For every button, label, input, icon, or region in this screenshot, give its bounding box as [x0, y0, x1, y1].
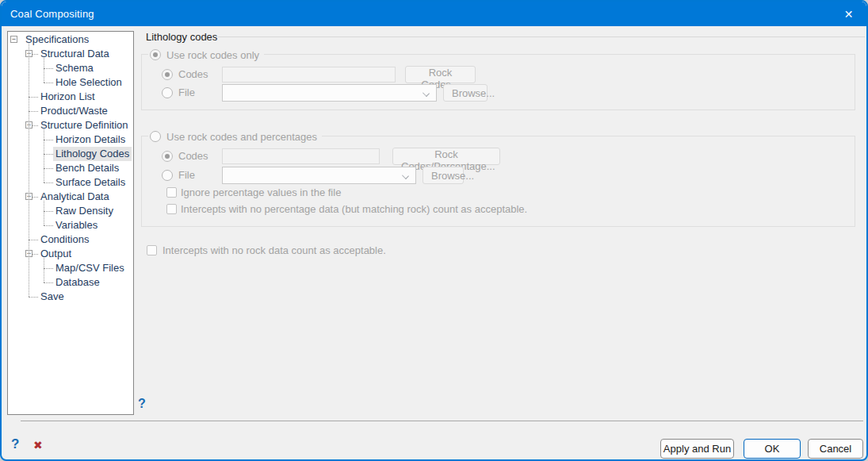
tree-item-label: Output: [40, 247, 71, 261]
group1-codes-input[interactable]: [222, 67, 396, 83]
tree-item-schema[interactable]: Schema: [8, 61, 133, 75]
tree-item-variables[interactable]: Variables: [8, 218, 133, 232]
group1-file-label: File: [178, 85, 195, 101]
tree-connector: [44, 211, 53, 212]
tree-item-label: Horizon Details: [55, 133, 125, 147]
group2-rock-codes-percentage-button[interactable]: Rock Codes/Percentage...: [392, 148, 500, 165]
title-bar: Coal Compositing ✕: [2, 2, 866, 26]
group2-codes-radio[interactable]: [162, 151, 173, 162]
collapse-icon[interactable]: −: [10, 36, 17, 43]
group2-browse-button[interactable]: Browse...: [423, 167, 464, 184]
group2-file-combo[interactable]: [222, 167, 416, 184]
ok-button[interactable]: OK: [744, 439, 801, 459]
group1-rock-codes-button[interactable]: Rock Codes...: [405, 66, 476, 83]
tree-guide-line: [44, 201, 44, 225]
tree-item-label: Specifications: [25, 33, 89, 47]
section-help-icon[interactable]: ?: [138, 397, 146, 411]
tree-connector: [44, 154, 53, 155]
chevron-down-icon: [402, 172, 409, 179]
tree-item-label: Save: [40, 290, 64, 304]
use-rock-codes-and-percentages-radio[interactable]: [150, 131, 161, 142]
tree-item-label: Hole Selection: [55, 75, 122, 90]
intercepts-no-rock-checkbox[interactable]: [147, 245, 157, 255]
section-title: Lithology codes: [146, 31, 217, 43]
chevron-down-icon: [423, 90, 430, 97]
group-use-rock-codes-and-percentages: Use rock codes and percentages Codes Roc…: [141, 136, 855, 227]
group1-file-combo[interactable]: [222, 84, 437, 102]
tree-item-label: Analytical Data: [40, 190, 109, 204]
group1-codes-radio[interactable]: [162, 69, 173, 80]
tree-item-structure-definition[interactable]: −Structure Definition: [8, 118, 133, 133]
tree-item-bench-details[interactable]: Bench Details: [8, 161, 133, 175]
group1-file-radio[interactable]: [162, 87, 173, 98]
intercepts-no-rock-label: Intercepts with no rock data count as ac…: [163, 243, 386, 259]
tree-connector: [44, 282, 53, 283]
tree-item-structural-data[interactable]: −Structural Data: [8, 47, 133, 61]
tree-connector: [44, 68, 53, 69]
window-title: Coal Compositing: [2, 8, 94, 20]
apply-and-run-button[interactable]: Apply and Run: [660, 439, 734, 459]
tree-connector: [44, 225, 53, 226]
section-rule: [218, 36, 865, 37]
cancel-button[interactable]: Cancel: [808, 439, 863, 459]
tree-connector: [44, 140, 53, 140]
group2-codes-input[interactable]: [222, 148, 380, 164]
tree-connector: [44, 182, 53, 183]
tree-connector: [29, 297, 38, 298]
tree-guide-line: [44, 129, 44, 182]
tree-item-label: Variables: [55, 218, 98, 232]
group1-browse-button[interactable]: Browse...: [443, 84, 488, 102]
tree-guide-line: [44, 58, 44, 83]
tree-item-label: Product/Waste: [40, 104, 108, 118]
tree-panel: −Specifications−Structural DataSchemaHol…: [7, 31, 134, 415]
tree-item-label: Bench Details: [55, 161, 119, 175]
close-icon: ✕: [844, 8, 854, 21]
group1-codes-label: Codes: [178, 67, 208, 83]
group2-legend: Use rock codes and percentages: [148, 130, 322, 143]
tree-connector: [29, 97, 38, 98]
tree-connector: [29, 240, 38, 240]
tree-item-analytical-data[interactable]: −Analytical Data: [8, 190, 133, 204]
tree-item-label: Conditions: [40, 232, 89, 247]
tree-item-label: Surface Details: [55, 175, 125, 190]
tree-item-horizon-list[interactable]: Horizon List: [8, 90, 133, 104]
intercepts-no-percentage-label: Intercepts with no percentage data (but …: [181, 202, 527, 217]
group2-file-radio[interactable]: [162, 170, 173, 181]
group-use-rock-codes-only: Use rock codes only Codes Rock Codes... …: [141, 54, 855, 110]
tree-item-database[interactable]: Database: [8, 275, 133, 290]
tree-connector: [44, 83, 53, 83]
tree-item-label: Horizon List: [40, 90, 95, 104]
tree-item-surface-details[interactable]: Surface Details: [8, 175, 133, 190]
footer-divider: [21, 421, 863, 421]
tree-item-save[interactable]: Save: [8, 290, 133, 304]
coal-compositing-dialog: Coal Compositing ✕ −Specifications−Struc…: [0, 0, 868, 461]
tree-item-map-csv-files[interactable]: Map/CSV Files: [8, 261, 133, 275]
use-rock-codes-only-label: Use rock codes only: [166, 49, 259, 61]
intercepts-no-percentage-checkbox[interactable]: [166, 204, 177, 214]
tree-item-output[interactable]: −Output: [8, 247, 133, 261]
tree-item-label: Database: [55, 275, 100, 290]
use-rock-codes-and-percentages-label: Use rock codes and percentages: [166, 131, 317, 143]
tree-item-label: Schema: [55, 61, 94, 75]
tree-connector: [44, 268, 53, 269]
tree-item-raw-density[interactable]: Raw Density: [8, 204, 133, 218]
tree-item-horizon-details[interactable]: Horizon Details: [8, 133, 133, 147]
close-button[interactable]: ✕: [831, 2, 866, 26]
group2-codes-label: Codes: [178, 148, 208, 164]
ignore-percentage-checkbox[interactable]: [166, 187, 177, 198]
tree-item-label: Raw Density: [55, 204, 113, 218]
use-rock-codes-only-radio[interactable]: [150, 49, 161, 60]
tree-item-conditions[interactable]: Conditions: [8, 232, 133, 247]
tree-connector: [44, 168, 53, 169]
tree-item-product-waste[interactable]: Product/Waste: [8, 104, 133, 118]
tree-item-label: Lithology Codes: [53, 147, 132, 161]
tree-item-lithology-codes[interactable]: Lithology Codes: [8, 147, 133, 161]
group2-file-label: File: [178, 167, 195, 183]
group1-legend: Use rock codes only: [148, 48, 264, 61]
tree-guide-line: [44, 258, 44, 282]
tree-connector: [29, 111, 38, 112]
tree-item-hole-selection[interactable]: Hole Selection: [8, 75, 133, 90]
tree-item-specifications[interactable]: −Specifications: [8, 33, 133, 47]
help-icon[interactable]: ?: [11, 436, 19, 452]
ignore-percentage-label: Ignore percentage values in the file: [181, 185, 341, 201]
